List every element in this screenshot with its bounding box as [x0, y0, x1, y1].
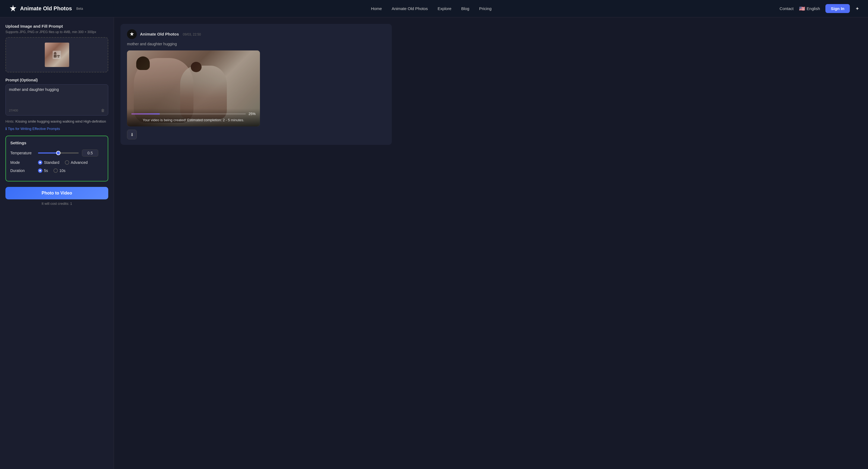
delete-prompt-icon[interactable]: 🗑 [101, 108, 105, 113]
upload-subtitle: Supports JPG, PNG or JPEG files up to 4M… [5, 30, 108, 34]
upload-title: Upload Image and Fill Prompt [5, 24, 108, 29]
tips-label: Tips for Writing Effective Prompts [8, 127, 60, 131]
contact-link[interactable]: Contact [779, 6, 794, 11]
hint-hugging[interactable]: hugging [37, 119, 50, 123]
prompt-label: Prompt (Optional) [5, 78, 108, 82]
progress-track [131, 114, 246, 115]
mode-advanced-radio[interactable] [65, 160, 69, 165]
beta-badge: Beta [76, 7, 83, 10]
download-button[interactable]: ⬇ [127, 130, 137, 139]
temperature-value: 0.5 [82, 150, 98, 157]
logo-title: Animate Old Photos [20, 5, 72, 12]
hint-wind[interactable]: wind [75, 119, 83, 123]
duration-10s-label: 10s [59, 168, 66, 173]
chat-title-block: Animate Old Photos 09/03, 22:50 [140, 32, 201, 37]
chat-prompt: mother and daughter hugging [127, 42, 385, 46]
chat-header: Animate Old Photos 09/03, 22:50 [127, 29, 385, 39]
mode-advanced-label: Advanced [71, 160, 88, 165]
temperature-row: Temperature 0.5 [10, 150, 103, 157]
language-selector[interactable]: 🇺🇸 English [799, 6, 820, 12]
progress-bar-row: 25% [131, 112, 256, 116]
progress-overlay: 25% Your video is being created! Estimat… [127, 108, 260, 126]
duration-5s-label: 5s [44, 168, 48, 173]
settings-box: Settings Temperature 0.5 Mode Standard [5, 136, 108, 182]
mode-standard-label: Standard [44, 160, 59, 165]
duration-10s-option[interactable]: 10s [54, 168, 66, 173]
download-icon: ⬇ [130, 132, 134, 137]
flag-icon: 🇺🇸 [799, 6, 805, 12]
avatar [127, 29, 137, 39]
hint-walking[interactable]: walking [62, 119, 74, 123]
progress-percentage: 25% [249, 112, 256, 116]
hint-hd[interactable]: High-definition [84, 119, 106, 123]
logo-area: Animate Old Photos Beta [9, 4, 83, 13]
nav-pricing[interactable]: Pricing [479, 6, 492, 11]
theme-toggle-icon[interactable]: ✦ [855, 6, 859, 12]
nav-blog[interactable]: Blog [461, 6, 469, 11]
nav-animate[interactable]: Animate Old Photos [392, 6, 428, 11]
logo-icon [9, 4, 18, 13]
duration-10s-radio[interactable] [54, 168, 58, 173]
photo-to-video-button[interactable]: Photo to Video [5, 187, 108, 199]
duration-label: Duration [10, 168, 35, 173]
nav-home[interactable]: Home [371, 6, 382, 11]
hints-section: Hints: Kissing smile hugging waving walk… [5, 119, 108, 125]
header-right: Contact 🇺🇸 English Sign In ✦ [779, 4, 859, 13]
hint-waving[interactable]: waving [51, 119, 61, 123]
nav-explore[interactable]: Explore [438, 6, 452, 11]
language-label: English [807, 6, 820, 11]
mode-standard-radio[interactable] [38, 160, 42, 165]
main-nav: Home Animate Old Photos Explore Blog Pri… [371, 6, 491, 11]
prompt-box[interactable]: mother and daughter hugging 27/400 🗑 [5, 84, 108, 116]
upload-dropzone[interactable]: 👩‍👧 [5, 37, 108, 72]
mode-radio-group: Standard Advanced [38, 160, 88, 165]
video-container: 25% Your video is being created! Estimat… [127, 51, 260, 126]
temperature-label: Temperature [10, 151, 35, 155]
duration-row: Duration 5s 10s [10, 168, 103, 173]
chat-app-name: Animate Old Photos [140, 32, 179, 36]
duration-5s-option[interactable]: 5s [38, 168, 48, 173]
mode-standard-option[interactable]: Standard [38, 160, 59, 165]
mode-label: Mode [10, 160, 35, 165]
left-panel: Upload Image and Fill Prompt Supports JP… [0, 18, 114, 469]
avatar-icon [129, 31, 134, 37]
char-count: 27/400 [9, 109, 18, 112]
temperature-slider-container: 0.5 [38, 150, 103, 157]
progress-fill [131, 114, 160, 115]
signin-button[interactable]: Sign In [826, 4, 850, 13]
right-panel: Animate Old Photos 09/03, 22:50 mother a… [114, 18, 868, 469]
chat-timestamp: 09/03, 22:50 [183, 33, 201, 36]
hints-label: Hints: [5, 119, 16, 123]
mode-advanced-option[interactable]: Advanced [65, 160, 88, 165]
result-card: Animate Old Photos 09/03, 22:50 mother a… [121, 24, 392, 145]
mode-row: Mode Standard Advanced [10, 160, 103, 165]
prompt-input[interactable]: mother and daughter hugging [9, 87, 105, 106]
hint-kissing[interactable]: Kissing [16, 119, 27, 123]
info-icon: ℹ [5, 127, 7, 131]
duration-radio-group: 5s 10s [38, 168, 65, 173]
progress-message: Your video is being created! Estimated c… [131, 118, 256, 122]
settings-title: Settings [10, 140, 103, 145]
tips-link[interactable]: ℹ Tips for Writing Effective Prompts [5, 127, 108, 131]
temperature-slider[interactable] [38, 152, 79, 154]
hint-smile[interactable]: smile [28, 119, 36, 123]
cost-note: It will cost credits: 1 [5, 201, 108, 206]
duration-5s-radio[interactable] [38, 168, 42, 173]
